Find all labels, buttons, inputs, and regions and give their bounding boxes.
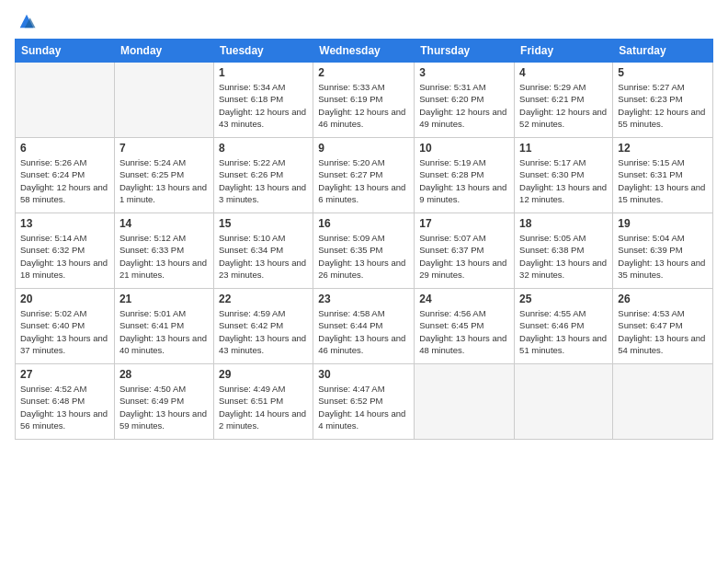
page: SundayMondayTuesdayWednesdayThursdayFrid… bbox=[0, 0, 728, 563]
calendar-table: SundayMondayTuesdayWednesdayThursdayFrid… bbox=[15, 39, 713, 440]
calendar-cell bbox=[16, 63, 115, 138]
calendar-cell: 30Sunrise: 4:47 AM Sunset: 6:52 PM Dayli… bbox=[313, 364, 415, 440]
day-number: 20 bbox=[20, 293, 109, 305]
day-info: Sunrise: 5:29 AM Sunset: 6:21 PM Dayligh… bbox=[519, 81, 608, 130]
calendar-cell: 2Sunrise: 5:33 AM Sunset: 6:19 PM Daylig… bbox=[313, 63, 415, 138]
day-info: Sunrise: 5:33 AM Sunset: 6:19 PM Dayligh… bbox=[318, 81, 409, 130]
calendar-cell: 18Sunrise: 5:05 AM Sunset: 6:38 PM Dayli… bbox=[515, 213, 613, 289]
calendar-week-row: 27Sunrise: 4:52 AM Sunset: 6:48 PM Dayli… bbox=[16, 364, 713, 440]
calendar-cell: 20Sunrise: 5:02 AM Sunset: 6:40 PM Dayli… bbox=[16, 289, 115, 364]
day-number: 3 bbox=[419, 66, 509, 79]
day-number: 16 bbox=[318, 217, 409, 230]
day-number: 7 bbox=[119, 142, 209, 155]
calendar-cell: 11Sunrise: 5:17 AM Sunset: 6:30 PM Dayli… bbox=[515, 138, 613, 213]
calendar-cell: 21Sunrise: 5:01 AM Sunset: 6:41 PM Dayli… bbox=[114, 289, 213, 364]
day-number: 14 bbox=[119, 217, 209, 230]
calendar-day-header: Wednesday bbox=[313, 40, 415, 63]
calendar-header-row: SundayMondayTuesdayWednesdayThursdayFrid… bbox=[16, 40, 713, 63]
calendar-cell: 5Sunrise: 5:27 AM Sunset: 6:23 PM Daylig… bbox=[613, 63, 713, 138]
day-number: 1 bbox=[219, 66, 308, 79]
day-info: Sunrise: 4:49 AM Sunset: 6:51 PM Dayligh… bbox=[219, 383, 308, 431]
calendar-cell: 17Sunrise: 5:07 AM Sunset: 6:37 PM Dayli… bbox=[415, 213, 515, 289]
calendar-cell: 10Sunrise: 5:19 AM Sunset: 6:28 PM Dayli… bbox=[415, 138, 515, 213]
calendar-cell: 27Sunrise: 4:52 AM Sunset: 6:48 PM Dayli… bbox=[16, 364, 115, 440]
day-info: Sunrise: 5:01 AM Sunset: 6:41 PM Dayligh… bbox=[119, 307, 209, 356]
day-info: Sunrise: 5:02 AM Sunset: 6:40 PM Dayligh… bbox=[20, 307, 109, 356]
calendar-cell: 8Sunrise: 5:22 AM Sunset: 6:26 PM Daylig… bbox=[213, 138, 313, 213]
day-number: 2 bbox=[318, 66, 409, 79]
calendar-day-header: Friday bbox=[515, 40, 613, 63]
calendar-cell bbox=[415, 364, 515, 440]
calendar-cell: 13Sunrise: 5:14 AM Sunset: 6:32 PM Dayli… bbox=[16, 213, 115, 289]
day-number: 26 bbox=[618, 293, 708, 305]
calendar-week-row: 6Sunrise: 5:26 AM Sunset: 6:24 PM Daylig… bbox=[16, 138, 713, 213]
day-number: 9 bbox=[318, 142, 409, 155]
day-number: 17 bbox=[419, 217, 509, 230]
calendar-day-header: Tuesday bbox=[213, 40, 313, 63]
day-number: 13 bbox=[20, 217, 109, 230]
day-info: Sunrise: 4:53 AM Sunset: 6:47 PM Dayligh… bbox=[618, 307, 708, 356]
calendar-cell: 29Sunrise: 4:49 AM Sunset: 6:51 PM Dayli… bbox=[213, 364, 313, 440]
day-info: Sunrise: 5:14 AM Sunset: 6:32 PM Dayligh… bbox=[20, 232, 109, 281]
day-info: Sunrise: 5:22 AM Sunset: 6:26 PM Dayligh… bbox=[219, 156, 308, 205]
calendar-cell: 7Sunrise: 5:24 AM Sunset: 6:25 PM Daylig… bbox=[114, 138, 213, 213]
calendar-cell: 3Sunrise: 5:31 AM Sunset: 6:20 PM Daylig… bbox=[415, 63, 515, 138]
day-info: Sunrise: 5:07 AM Sunset: 6:37 PM Dayligh… bbox=[419, 232, 509, 281]
calendar-cell: 12Sunrise: 5:15 AM Sunset: 6:31 PM Dayli… bbox=[613, 138, 713, 213]
day-info: Sunrise: 4:56 AM Sunset: 6:45 PM Dayligh… bbox=[419, 307, 509, 356]
day-info: Sunrise: 5:12 AM Sunset: 6:33 PM Dayligh… bbox=[119, 232, 209, 281]
day-info: Sunrise: 5:15 AM Sunset: 6:31 PM Dayligh… bbox=[618, 156, 708, 205]
day-info: Sunrise: 5:10 AM Sunset: 6:34 PM Dayligh… bbox=[219, 232, 308, 281]
day-number: 5 bbox=[618, 66, 708, 79]
day-number: 22 bbox=[219, 293, 308, 305]
calendar-week-row: 1Sunrise: 5:34 AM Sunset: 6:18 PM Daylig… bbox=[16, 63, 713, 138]
calendar-cell: 22Sunrise: 4:59 AM Sunset: 6:42 PM Dayli… bbox=[213, 289, 313, 364]
calendar-day-header: Sunday bbox=[16, 40, 115, 63]
day-number: 8 bbox=[219, 142, 308, 155]
calendar-cell: 26Sunrise: 4:53 AM Sunset: 6:47 PM Dayli… bbox=[613, 289, 713, 364]
calendar-cell bbox=[515, 364, 613, 440]
calendar-day-header: Saturday bbox=[613, 40, 713, 63]
calendar-cell: 14Sunrise: 5:12 AM Sunset: 6:33 PM Dayli… bbox=[114, 213, 213, 289]
calendar-cell: 16Sunrise: 5:09 AM Sunset: 6:35 PM Dayli… bbox=[313, 213, 415, 289]
day-info: Sunrise: 5:05 AM Sunset: 6:38 PM Dayligh… bbox=[519, 232, 608, 281]
day-info: Sunrise: 4:58 AM Sunset: 6:44 PM Dayligh… bbox=[318, 307, 409, 356]
day-number: 28 bbox=[119, 368, 209, 381]
day-number: 12 bbox=[618, 142, 708, 155]
calendar-week-row: 13Sunrise: 5:14 AM Sunset: 6:32 PM Dayli… bbox=[16, 213, 713, 289]
day-info: Sunrise: 5:24 AM Sunset: 6:25 PM Dayligh… bbox=[119, 156, 209, 205]
day-number: 18 bbox=[519, 217, 608, 230]
day-info: Sunrise: 4:50 AM Sunset: 6:49 PM Dayligh… bbox=[119, 383, 209, 431]
day-info: Sunrise: 4:55 AM Sunset: 6:46 PM Dayligh… bbox=[519, 307, 608, 356]
calendar-cell: 23Sunrise: 4:58 AM Sunset: 6:44 PM Dayli… bbox=[313, 289, 415, 364]
calendar-cell: 25Sunrise: 4:55 AM Sunset: 6:46 PM Dayli… bbox=[515, 289, 613, 364]
day-number: 6 bbox=[20, 142, 109, 155]
day-info: Sunrise: 5:34 AM Sunset: 6:18 PM Dayligh… bbox=[219, 81, 308, 130]
day-info: Sunrise: 5:31 AM Sunset: 6:20 PM Dayligh… bbox=[419, 81, 509, 130]
calendar-cell: 4Sunrise: 5:29 AM Sunset: 6:21 PM Daylig… bbox=[515, 63, 613, 138]
calendar-cell: 28Sunrise: 4:50 AM Sunset: 6:49 PM Dayli… bbox=[114, 364, 213, 440]
day-number: 27 bbox=[20, 368, 109, 381]
day-number: 4 bbox=[519, 66, 608, 79]
calendar-cell: 19Sunrise: 5:04 AM Sunset: 6:39 PM Dayli… bbox=[613, 213, 713, 289]
logo-icon bbox=[17, 11, 37, 31]
day-info: Sunrise: 5:04 AM Sunset: 6:39 PM Dayligh… bbox=[618, 232, 708, 281]
day-info: Sunrise: 4:52 AM Sunset: 6:48 PM Dayligh… bbox=[20, 383, 109, 431]
header bbox=[15, 11, 713, 31]
day-number: 30 bbox=[318, 368, 409, 381]
day-number: 15 bbox=[219, 217, 308, 230]
day-info: Sunrise: 4:47 AM Sunset: 6:52 PM Dayligh… bbox=[318, 383, 409, 431]
calendar-cell: 15Sunrise: 5:10 AM Sunset: 6:34 PM Dayli… bbox=[213, 213, 313, 289]
day-info: Sunrise: 5:17 AM Sunset: 6:30 PM Dayligh… bbox=[519, 156, 608, 205]
calendar-cell: 1Sunrise: 5:34 AM Sunset: 6:18 PM Daylig… bbox=[213, 63, 313, 138]
day-info: Sunrise: 5:19 AM Sunset: 6:28 PM Dayligh… bbox=[419, 156, 509, 205]
calendar-week-row: 20Sunrise: 5:02 AM Sunset: 6:40 PM Dayli… bbox=[16, 289, 713, 364]
day-info: Sunrise: 5:26 AM Sunset: 6:24 PM Dayligh… bbox=[20, 156, 109, 205]
day-number: 23 bbox=[318, 293, 409, 305]
day-number: 11 bbox=[519, 142, 608, 155]
day-number: 25 bbox=[519, 293, 608, 305]
calendar-cell bbox=[114, 63, 213, 138]
calendar-cell: 6Sunrise: 5:26 AM Sunset: 6:24 PM Daylig… bbox=[16, 138, 115, 213]
day-number: 21 bbox=[119, 293, 209, 305]
day-number: 19 bbox=[618, 217, 708, 230]
